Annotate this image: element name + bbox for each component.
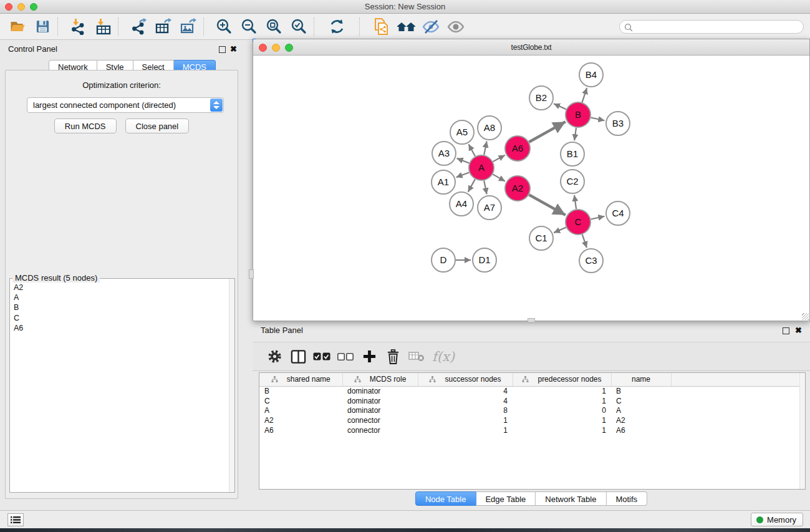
close-table-panel-icon[interactable]: ✖	[795, 326, 802, 335]
result-item[interactable]: A2	[14, 283, 228, 293]
memory-button[interactable]: Memory	[751, 513, 803, 526]
zoom-in-icon[interactable]	[211, 16, 236, 38]
result-item[interactable]: C	[14, 314, 228, 324]
graph-edge-A-A2[interactable]	[493, 174, 505, 181]
resize-grip-icon[interactable]	[802, 313, 809, 320]
zoom-out-icon[interactable]	[236, 16, 261, 38]
graph-node-A1[interactable]: A1	[432, 170, 455, 194]
export-image-icon[interactable]	[176, 16, 201, 38]
column-header-name[interactable]: name	[611, 373, 671, 386]
export-table-icon[interactable]	[151, 16, 176, 38]
table-scrollbar[interactable]	[799, 373, 805, 489]
table-cell: C	[259, 396, 342, 406]
graph-node-B4[interactable]: B4	[579, 63, 603, 87]
graph-node-B3[interactable]: B3	[606, 112, 630, 135]
graph-node-A6[interactable]: A6	[505, 136, 530, 161]
tab-node-table[interactable]: Node Table	[415, 491, 476, 506]
task-history-icon[interactable]	[7, 513, 24, 526]
graph-node-A[interactable]: A	[469, 155, 494, 180]
graph-edge-A-A4[interactable]	[468, 179, 475, 191]
close-panel-icon[interactable]: ✖	[230, 44, 237, 54]
graph-node-A2[interactable]: A2	[505, 176, 530, 201]
result-scrollbar[interactable]	[229, 279, 234, 492]
open-session-icon[interactable]	[5, 16, 30, 38]
table-row[interactable]: Adominator80A	[259, 405, 805, 415]
graph-edge-B-B1[interactable]	[574, 128, 576, 140]
control-panel-title: Control Panel	[8, 44, 57, 54]
run-mcds-button[interactable]: Run MCDS	[54, 118, 117, 133]
result-item[interactable]: B	[14, 303, 228, 313]
result-item[interactable]: A	[14, 293, 228, 303]
float-panel-icon[interactable]	[219, 46, 226, 53]
table-options-icon[interactable]	[263, 345, 286, 369]
graph-node-C[interactable]: C	[566, 210, 591, 235]
graph-edge-A-A6[interactable]	[493, 155, 505, 162]
export-network-icon[interactable]	[126, 16, 151, 38]
import-network-icon[interactable]	[65, 16, 90, 38]
column-header-successor-nodes[interactable]: successor nodes	[418, 373, 513, 386]
column-header-MCDS-role[interactable]: MCDS role	[342, 373, 418, 386]
graph-edge-C-C3[interactable]	[582, 235, 587, 248]
graph-node-B[interactable]: B	[566, 102, 591, 127]
graph-node-C3[interactable]: C3	[579, 249, 603, 273]
network-canvas[interactable]: B4B2BB3A8A5A6A3B1AA1C2A2A4A7C4CC1DD1C3	[253, 56, 809, 321]
graph-edge-A2-C[interactable]	[529, 195, 566, 215]
close-panel-button[interactable]: Close panel	[125, 118, 190, 133]
hide-selected-icon[interactable]	[418, 16, 443, 38]
table-row[interactable]: Bdominator41B	[259, 386, 805, 396]
save-session-icon[interactable]	[30, 16, 55, 38]
zoom-selected-icon[interactable]	[286, 16, 311, 38]
import-table-icon[interactable]	[90, 16, 115, 38]
table-row[interactable]: A6connector11A6	[259, 425, 805, 435]
float-table-panel-icon[interactable]	[783, 327, 789, 334]
graph-node-A5[interactable]: A5	[450, 120, 474, 144]
add-column-icon[interactable]	[357, 345, 381, 369]
clone-network-icon[interactable]	[369, 16, 393, 38]
graph-edge-C-C4[interactable]	[591, 216, 605, 220]
graph-edge-A6-B[interactable]	[529, 122, 566, 142]
birds-eye-icon[interactable]	[393, 16, 418, 38]
select-all-checks-icon[interactable]	[310, 345, 334, 369]
graph-edge-B-B4[interactable]	[582, 88, 587, 102]
graph-node-A8[interactable]: A8	[478, 116, 501, 140]
graph-edge-C-C2[interactable]	[574, 195, 576, 209]
table-row[interactable]: Cdominator41C	[259, 396, 805, 406]
graph-node-A3[interactable]: A3	[432, 142, 456, 165]
graph-edge-A-A5[interactable]	[469, 144, 475, 156]
splitpane-grip[interactable]	[249, 269, 254, 279]
graph-edge-A-A3[interactable]	[457, 158, 470, 163]
show-all-icon[interactable]	[443, 16, 468, 38]
tab-edge-table[interactable]: Edge Table	[476, 491, 536, 506]
tab-network-table[interactable]: Network Table	[536, 491, 606, 506]
graph-node-A4[interactable]: A4	[450, 192, 473, 216]
splitpane-grip-horizontal[interactable]	[528, 318, 535, 322]
delete-column-icon[interactable]	[381, 345, 405, 369]
criterion-dropdown[interactable]: largest connected component (directed)	[27, 97, 224, 113]
deselect-all-checks-icon[interactable]	[334, 345, 357, 369]
column-header-shared-name[interactable]: shared name	[259, 373, 342, 386]
graph-node-B2[interactable]: B2	[529, 86, 553, 110]
graph-edge-A-A8[interactable]	[484, 142, 486, 155]
graph-edge-A-A7[interactable]	[484, 181, 486, 195]
graph-node-D[interactable]: D	[432, 248, 455, 272]
show-columns-icon[interactable]	[286, 345, 310, 369]
graph-edge-C-C1[interactable]	[554, 227, 566, 233]
graph-edge-A-A1[interactable]	[456, 172, 470, 177]
graph-node-C4[interactable]: C4	[606, 201, 630, 225]
network-title: testGlobe.txt	[253, 43, 809, 52]
graph-node-D1[interactable]: D1	[473, 248, 496, 272]
graph-edge-B-B3[interactable]	[591, 117, 605, 120]
graph-edge-B-B2[interactable]	[554, 104, 566, 109]
search-input[interactable]	[635, 21, 797, 32]
graph-node-C1[interactable]: C1	[529, 226, 553, 250]
table-row[interactable]: A2connector11A2	[259, 415, 805, 425]
refresh-icon[interactable]	[324, 16, 349, 38]
column-header-predecessor-nodes[interactable]: predecessor nodes	[513, 373, 611, 386]
tab-motifs[interactable]: Motifs	[606, 491, 647, 506]
result-item[interactable]: A6	[14, 324, 228, 334]
graph-node-A7[interactable]: A7	[478, 196, 501, 220]
zoom-fit-icon[interactable]	[261, 16, 286, 38]
graph-node-C2[interactable]: C2	[561, 170, 584, 193]
table-cell: dominator	[342, 405, 418, 415]
graph-node-B1[interactable]: B1	[561, 142, 584, 166]
